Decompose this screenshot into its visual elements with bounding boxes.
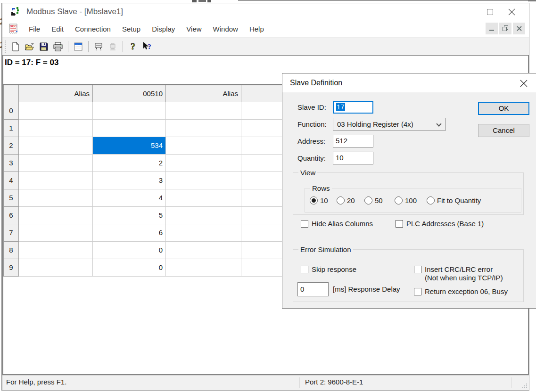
grid-cell-alias[interactable]: [166, 172, 241, 189]
grid-cell-alias[interactable]: [19, 206, 93, 224]
mdi-close-button[interactable]: [513, 23, 525, 34]
mdi-restore-icon: [503, 25, 509, 32]
mdi-minimize-button[interactable]: [486, 23, 498, 34]
grid-cell-alias[interactable]: [166, 206, 241, 224]
close-button[interactable]: [501, 3, 522, 20]
status-separator: [299, 377, 300, 388]
new-file-icon[interactable]: [8, 40, 23, 53]
mdi-restore-button[interactable]: [499, 23, 511, 34]
return-exception-checkbox[interactable]: Return exception 06, Busy: [414, 287, 508, 296]
save-file-icon[interactable]: [37, 40, 51, 53]
svg-text:?: ?: [148, 43, 151, 50]
status-bar: For Help, press F1. Port 2: 9600-8-E-1: [2, 375, 529, 390]
grid-cell-value[interactable]: 5: [93, 206, 166, 224]
grid-cell-alias[interactable]: [19, 224, 93, 241]
hide-alias-checkbox[interactable]: Hide Alias Columns: [301, 220, 373, 228]
insert-crc-checkbox[interactable]: Insert CRC/LRC error (Not when using TCP…: [414, 265, 503, 282]
grid-cell-value[interactable]: [93, 119, 166, 137]
grid-cell-value[interactable]: 6: [93, 224, 166, 241]
grid-row-header[interactable]: 9: [4, 259, 19, 276]
address-label: Address:: [297, 135, 325, 147]
view-group-label: View: [298, 169, 317, 177]
help-icon[interactable]: ?: [126, 40, 140, 53]
radio-icon: [427, 196, 435, 204]
grid-cell-alias[interactable]: [166, 137, 241, 154]
grid-row-header[interactable]: 1: [4, 119, 19, 137]
grid-cell-alias[interactable]: [19, 189, 93, 206]
print-icon[interactable]: [51, 40, 65, 53]
grid-cell-selected[interactable]: 534: [93, 137, 166, 154]
grid-cell-value[interactable]: [93, 102, 166, 119]
dialog-close-button[interactable]: [517, 77, 530, 89]
radio-selected-icon: [310, 196, 318, 204]
menu-item-view[interactable]: View: [181, 25, 207, 33]
grid-row-header[interactable]: 0: [4, 102, 19, 119]
slave-id-label: Slave ID:: [297, 101, 326, 114]
slave-id-field[interactable]: 17: [333, 101, 373, 114]
menu-item-connection[interactable]: Connection: [69, 25, 116, 33]
grid-cell-alias[interactable]: [166, 259, 241, 276]
grid-cell-alias[interactable]: [166, 224, 241, 241]
ok-button[interactable]: OK: [478, 102, 529, 115]
grid-cell-alias[interactable]: [19, 154, 93, 172]
menu-item-window[interactable]: Window: [207, 25, 244, 33]
grid-cell-alias[interactable]: [166, 189, 241, 206]
connect-icon[interactable]: [91, 40, 106, 53]
grid-row-header[interactable]: 8: [4, 241, 19, 259]
open-file-icon[interactable]: [23, 40, 37, 53]
resize-grip[interactable]: [521, 383, 528, 389]
menu-item-setup[interactable]: Setup: [116, 25, 146, 33]
disconnect-icon[interactable]: [106, 40, 120, 53]
maximize-button[interactable]: [479, 3, 501, 20]
skip-response-checkbox[interactable]: Skip response: [301, 265, 356, 274]
grid-cell-alias[interactable]: [19, 172, 93, 189]
menu-item-help[interactable]: Help: [244, 25, 270, 33]
display-setup-icon[interactable]: [71, 40, 85, 53]
grid-cell-alias[interactable]: [19, 241, 93, 259]
skip-response-label: Skip response: [312, 265, 356, 274]
toolbar-gripper[interactable]: [5, 41, 6, 53]
checkbox-icon: [396, 220, 403, 228]
rows-radio-10[interactable]: 10: [310, 196, 328, 204]
grid-cell-alias[interactable]: [166, 102, 241, 119]
quantity-field[interactable]: 10: [333, 152, 373, 164]
grid-cell-value[interactable]: 0: [93, 259, 166, 276]
menu-item-edit[interactable]: Edit: [46, 25, 69, 33]
menu-item-file[interactable]: File: [23, 25, 46, 33]
table-row: 2534: [4, 137, 314, 154]
radio-icon: [337, 196, 345, 204]
grid-cell-alias[interactable]: [19, 259, 93, 276]
function-dropdown[interactable]: 03 Holding Register (4x): [333, 118, 446, 131]
grid-cell-alias[interactable]: [166, 119, 241, 137]
grid-cell-alias[interactable]: [166, 241, 241, 259]
rows-radio-100[interactable]: 100: [395, 196, 417, 204]
grid-cell-value[interactable]: 4: [93, 189, 166, 206]
grid-cell-alias[interactable]: [19, 137, 93, 154]
context-help-icon[interactable]: ?: [140, 40, 154, 53]
response-delay-field[interactable]: 0: [297, 282, 329, 296]
svg-text:DOC: DOC: [10, 24, 17, 28]
grid-cell-value[interactable]: 2: [93, 154, 166, 172]
rows-radio-fit-to-quantity[interactable]: Fit to Quantity: [427, 196, 481, 204]
grid-cell-alias[interactable]: [19, 102, 93, 119]
slave-definition-dialog: Slave Definition Slave ID: 17 Function: …: [282, 73, 536, 309]
grid-row-header[interactable]: 2: [4, 137, 19, 154]
rows-radio-20[interactable]: 20: [337, 196, 355, 204]
rows-radio-50[interactable]: 50: [364, 196, 383, 204]
grid-cell-alias[interactable]: [19, 119, 93, 137]
grid-cell-value[interactable]: 3: [93, 172, 166, 189]
grid-row-header[interactable]: 4: [4, 172, 19, 189]
minimize-button[interactable]: [457, 3, 479, 20]
status-help-text: For Help, press F1.: [6, 378, 66, 386]
plc-addresses-checkbox[interactable]: PLC Addresses (Base 1): [396, 220, 484, 228]
grid-cell-alias[interactable]: [166, 154, 241, 172]
menu-item-display[interactable]: Display: [146, 25, 181, 33]
cancel-button[interactable]: Cancel: [478, 124, 529, 137]
address-field[interactable]: 512: [333, 135, 373, 147]
grid-row-header[interactable]: 3: [4, 154, 19, 172]
grid-row-header[interactable]: 5: [4, 189, 19, 206]
rows-group: Rows 102050100Fit to Quantity: [305, 188, 521, 212]
grid-row-header[interactable]: 6: [4, 206, 19, 224]
grid-cell-value[interactable]: 0: [93, 241, 166, 259]
grid-row-header[interactable]: 7: [4, 224, 19, 241]
